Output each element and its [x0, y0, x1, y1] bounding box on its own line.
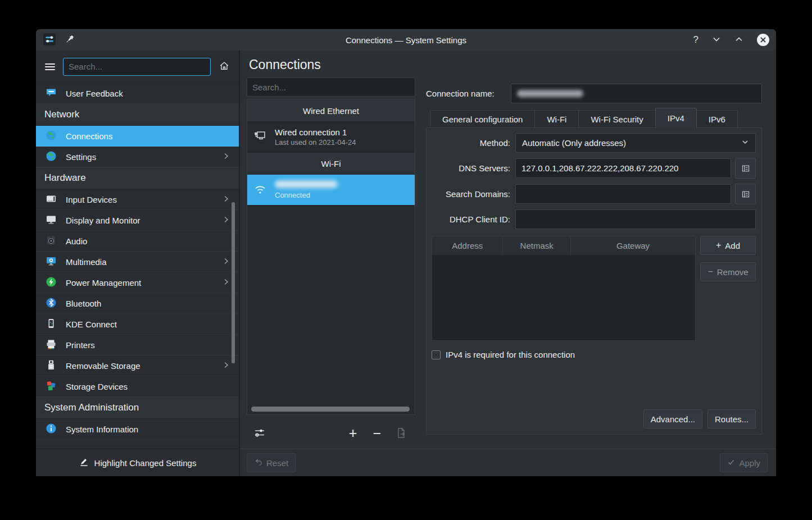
window-title: Connections — System Settings	[36, 35, 776, 45]
connection-list-panel: Wired Ethernet Wired connection 1 Last u…	[247, 77, 415, 449]
chevron-right-icon	[222, 257, 230, 267]
tab-general-configuration[interactable]: General configuration	[430, 110, 535, 128]
connections-page: Connections Wired Ethernet Wired connect…	[240, 51, 776, 476]
feedback-icon	[45, 86, 57, 101]
horizontal-scrollbar[interactable]	[251, 407, 410, 412]
system-settings-window: Connections — System Settings ?	[36, 29, 776, 476]
export-connection-icon[interactable]	[394, 426, 409, 440]
sidebar-toolbar	[36, 51, 239, 83]
sidebar-section-system-administration: System Administration	[36, 397, 239, 419]
usb-drive-icon	[45, 359, 57, 373]
dhcp-client-id-label: DHCP Client ID:	[432, 215, 510, 224]
sidebar-item-removable-storage[interactable]: Removable Storage	[36, 355, 239, 376]
sidebar-item-display-and-monitor[interactable]: Display and Monitor	[36, 210, 239, 231]
sidebar-item-connections[interactable]: Connections	[36, 126, 239, 147]
printer-icon	[45, 338, 57, 352]
add-connection-button[interactable]: +	[346, 426, 360, 440]
sidebar-item-system-information[interactable]: System Information	[36, 419, 239, 440]
connection-list-toolbar: + −	[247, 415, 415, 449]
help-button[interactable]: ?	[693, 34, 698, 45]
checkmark-icon	[727, 458, 735, 468]
group-header-wifi: Wi-Fi	[247, 153, 415, 175]
addresses-table: Address Netmask Gateway	[432, 236, 696, 341]
column-header-gateway[interactable]: Gateway	[571, 236, 695, 255]
sidebar-item-bluetooth[interactable]: Bluetooth	[36, 293, 239, 314]
home-icon[interactable]	[219, 60, 230, 73]
connection-name-input[interactable]	[511, 84, 762, 103]
remove-address-button[interactable]: −Remove	[700, 262, 756, 281]
tab-ipv6[interactable]: IPv6	[696, 110, 738, 128]
sidebar-search-input[interactable]	[63, 58, 211, 76]
remove-connection-button[interactable]: −	[370, 426, 384, 440]
keyboard-icon	[45, 193, 57, 207]
close-icon[interactable]	[757, 34, 769, 46]
column-header-netmask[interactable]: Netmask	[503, 236, 570, 255]
chevron-right-icon	[222, 361, 230, 371]
edit-search-domains-button[interactable]	[735, 184, 756, 204]
tab-wifi-security[interactable]: Wi-Fi Security	[578, 110, 655, 128]
redacted-wifi-name	[275, 180, 338, 190]
chevron-right-icon	[222, 278, 230, 288]
sidebar-item-printers[interactable]: Printers	[36, 335, 239, 355]
dns-servers-label: DNS Servers:	[432, 163, 510, 173]
edit-dns-list-button[interactable]	[735, 158, 756, 179]
pencil-icon	[79, 457, 89, 469]
routes-button[interactable]: Routes...	[707, 409, 756, 428]
configure-connections-icon[interactable]	[252, 426, 267, 440]
sidebar-item-multimedia[interactable]: Multimedia	[36, 252, 239, 272]
power-icon	[45, 276, 57, 290]
list-item-wifi-connection[interactable]: Connected	[247, 175, 415, 206]
sidebar-list: User Feedback Network Connections Settin…	[36, 83, 239, 449]
method-combobox[interactable]: Automatic (Only addresses)	[515, 133, 756, 153]
connection-list: Wired Ethernet Wired connection 1 Last u…	[247, 99, 415, 415]
ipv4-required-label[interactable]: IPv4 is required for this connection	[446, 350, 575, 359]
editor-tabs: General configuration Wi-Fi Wi-Fi Securi…	[426, 108, 762, 128]
sidebar-section-network: Network	[36, 104, 239, 126]
info-icon	[45, 422, 57, 436]
wifi-icon	[253, 182, 267, 198]
connection-search-input[interactable]	[247, 77, 415, 97]
chevron-right-icon	[222, 216, 230, 225]
addresses-table-body	[432, 255, 695, 340]
sidebar-item-power-management[interactable]: Power Management	[36, 272, 239, 293]
globe-icon	[45, 129, 57, 143]
highlight-changed-settings-button[interactable]: Highlight Changed Settings	[36, 449, 239, 476]
sidebar-item-network-settings[interactable]: Settings	[36, 147, 239, 167]
globe-icon	[45, 150, 57, 164]
add-address-button[interactable]: +Add	[700, 236, 756, 255]
desktop: { "colors": { "highlight": "#3daee9", "t…	[0, 0, 812, 520]
sidebar-item-storage-devices[interactable]: Storage Devices	[36, 376, 239, 397]
advanced-button[interactable]: Advanced...	[643, 409, 702, 428]
multimedia-icon	[45, 255, 57, 269]
sidebar-item-kde-connect[interactable]: KDE Connect	[36, 314, 239, 335]
dns-servers-input[interactable]	[515, 158, 731, 178]
search-domains-input[interactable]	[515, 184, 731, 204]
reset-button[interactable]: Reset	[247, 453, 296, 472]
sidebar-item-input-devices[interactable]: Input Devices	[36, 189, 239, 210]
apply-button[interactable]: Apply	[720, 453, 768, 472]
tab-ipv4[interactable]: IPv4	[655, 108, 697, 128]
connection-editor: Connection name: General configuration W…	[426, 77, 762, 449]
ipv4-required-checkbox[interactable]	[432, 350, 441, 359]
group-header-wired-ethernet: Wired Ethernet	[247, 100, 415, 122]
sidebar-item-audio[interactable]: Audio	[36, 231, 239, 252]
chevron-down-icon	[741, 138, 749, 148]
sidebar-section-hardware: Hardware	[36, 167, 239, 189]
sidebar-scrollbar[interactable]	[232, 202, 235, 363]
minimize-icon[interactable]	[712, 35, 721, 45]
sidebar-item-user-feedback[interactable]: User Feedback	[36, 83, 239, 104]
tab-wifi[interactable]: Wi-Fi	[534, 110, 579, 128]
connection-name-label: Connection name:	[426, 89, 511, 98]
pin-icon[interactable]	[64, 34, 75, 47]
bluetooth-icon	[45, 297, 57, 311]
titlebar: Connections — System Settings ?	[36, 29, 776, 51]
list-item-wired-connection[interactable]: Wired connection 1 Last used on 2021-04-…	[247, 122, 415, 153]
maximize-icon[interactable]	[734, 35, 743, 45]
phone-icon	[45, 317, 57, 331]
dhcp-client-id-input[interactable]	[515, 209, 756, 229]
column-header-address[interactable]: Address	[432, 236, 503, 255]
hamburger-menu-icon[interactable]	[45, 63, 55, 70]
wired-connection-icon	[253, 129, 267, 145]
chevron-right-icon	[222, 152, 230, 162]
app-menu-icon[interactable]	[43, 33, 56, 48]
